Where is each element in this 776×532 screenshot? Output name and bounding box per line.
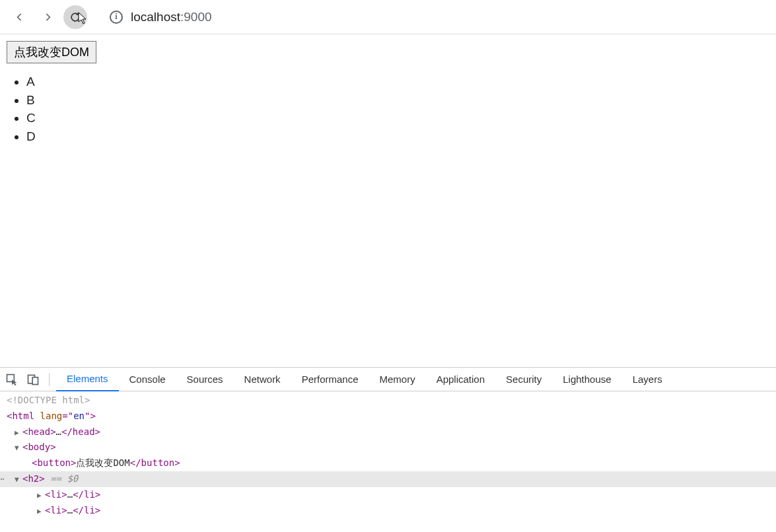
tab-elements[interactable]: Elements	[56, 368, 119, 391]
devtools-panel: Elements Console Sources Network Perform…	[0, 367, 776, 532]
dom-doctype[interactable]: <!DOCTYPE html>	[0, 393, 776, 409]
info-icon: i	[110, 11, 123, 24]
browser-toolbar: i localhost:9000	[0, 0, 776, 34]
tab-security[interactable]: Security	[495, 368, 552, 391]
address-bar[interactable]: i localhost:9000	[110, 10, 212, 24]
device-toggle-icon[interactable]	[26, 373, 40, 386]
list-item: D	[26, 127, 769, 146]
tab-network[interactable]: Network	[234, 368, 291, 391]
devtools-elements-tree[interactable]: <!DOCTYPE html> <html lang="en"> ▶<head>…	[0, 391, 776, 532]
list-item: C	[26, 109, 769, 127]
list-item: A	[26, 73, 769, 91]
tab-console[interactable]: Console	[119, 368, 176, 391]
back-button[interactable]	[8, 5, 32, 29]
inspect-icon[interactable]	[5, 373, 18, 386]
forward-button[interactable]	[36, 5, 59, 29]
page-list: A B C D	[7, 73, 769, 145]
dom-li[interactable]: ▶<li>…</li>	[0, 503, 776, 519]
dom-button[interactable]: <button>点我改变DOM</button>	[0, 455, 776, 471]
tab-application[interactable]: Application	[426, 368, 495, 391]
dom-body-open[interactable]: ▼<body>	[0, 440, 776, 455]
tab-memory[interactable]: Memory	[369, 368, 426, 391]
tab-layers[interactable]: Layers	[622, 368, 673, 391]
svg-rect-2	[32, 377, 38, 384]
refresh-button[interactable]	[63, 5, 87, 29]
arrow-right-icon	[41, 11, 54, 24]
dom-h2-selected[interactable]: ▼<h2> == $0	[0, 471, 776, 487]
change-dom-button[interactable]: 点我改变DOM	[7, 41, 96, 63]
tab-lighthouse[interactable]: Lighthouse	[552, 368, 621, 391]
tab-performance[interactable]: Performance	[291, 368, 369, 391]
page-content: 点我改变DOM A B C D	[0, 34, 776, 367]
tab-sources[interactable]: Sources	[176, 368, 234, 391]
list-item: B	[26, 91, 769, 110]
dom-li[interactable]: ▶<li>…</li>	[0, 487, 776, 503]
devtools-tabbar: Elements Console Sources Network Perform…	[0, 368, 776, 391]
dom-head[interactable]: ▶<head>…</head>	[0, 424, 776, 440]
url-text: localhost:9000	[131, 10, 212, 24]
divider	[49, 373, 50, 386]
refresh-icon	[69, 11, 82, 24]
arrow-left-icon	[13, 11, 26, 24]
dom-html-open[interactable]: <html lang="en">	[0, 409, 776, 424]
